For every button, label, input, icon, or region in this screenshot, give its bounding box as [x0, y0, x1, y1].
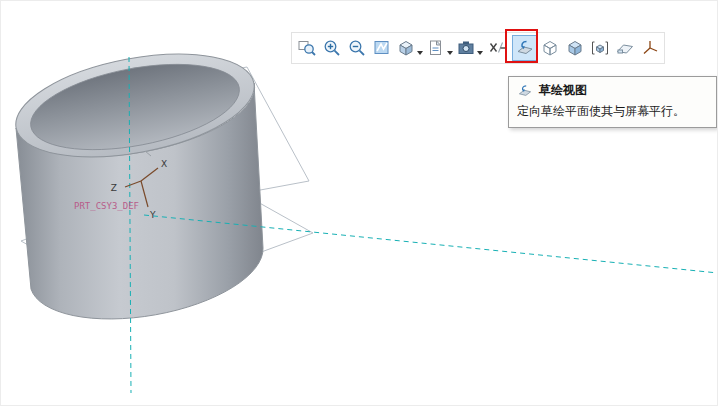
zoom-in-button[interactable]: [319, 35, 344, 61]
named-views-icon: [590, 38, 610, 58]
graphics-area: Z X Y PRT_CSY3_DEF: [0, 0, 718, 406]
section-view-icon: [426, 38, 446, 58]
saved-orientations-icon: [456, 38, 476, 58]
csys-display-icon: [640, 38, 660, 58]
shaded-view-button[interactable]: [562, 35, 587, 61]
zoom-region-button[interactable]: [294, 35, 319, 61]
display-style-button[interactable]: [394, 35, 424, 61]
repaint-icon: [372, 38, 392, 58]
tooltip-title-row: 草绘视图: [517, 82, 708, 99]
plane-display-icon: [615, 38, 635, 58]
highlight-rectangle: [505, 29, 538, 63]
axis-x-label: X: [161, 159, 167, 169]
sketch-view-icon: [517, 83, 533, 99]
tooltip-description: 定向草绘平面使其与屏幕平行。: [517, 103, 708, 120]
cylinder-model[interactable]: [7, 37, 263, 319]
axis-z-label: Z: [111, 183, 117, 193]
chevron-down-icon: [447, 51, 453, 55]
zoom-out-button[interactable]: [344, 35, 369, 61]
axis-y-label: Y: [149, 210, 156, 220]
datum-display-button[interactable]: [537, 35, 562, 61]
zoom-in-icon: [322, 38, 342, 58]
tooltip-title: 草绘视图: [539, 82, 587, 99]
zoom-out-icon: [347, 38, 367, 58]
csys-display-button[interactable]: [637, 35, 662, 61]
csys-label[interactable]: PRT_CSY3_DEF: [74, 201, 139, 211]
tooltip: 草绘视图 定向草绘平面使其与屏幕平行。: [508, 76, 717, 128]
chevron-down-icon: [477, 51, 483, 55]
repaint-button[interactable]: [369, 35, 394, 61]
shaded-view-icon: [565, 38, 585, 58]
section-view-button[interactable]: [424, 35, 454, 61]
view-toolbar: [291, 32, 665, 64]
plane-display-button[interactable]: [612, 35, 637, 61]
named-views-button[interactable]: [587, 35, 612, 61]
zoom-region-icon: [297, 38, 317, 58]
datum-display-icon: [540, 38, 560, 58]
saved-orientations-button[interactable]: [454, 35, 484, 61]
datum-display-toggle-icon: [487, 38, 507, 58]
display-style-icon: [396, 38, 416, 58]
chevron-down-icon: [417, 51, 423, 55]
